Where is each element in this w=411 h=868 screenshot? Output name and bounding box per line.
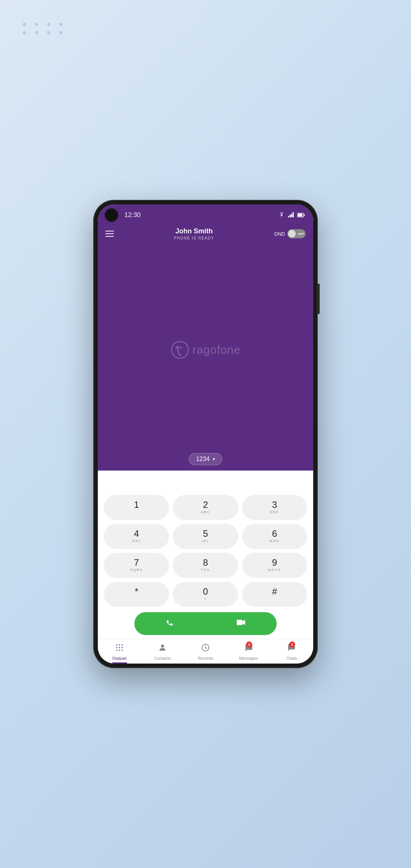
nav-label-chats: Chats (286, 656, 297, 661)
dial-num-star: * (135, 587, 138, 596)
phone-screen: 12:30 (98, 204, 313, 664)
call-buttons (134, 612, 277, 635)
logo-watermark: ragofone (170, 340, 241, 359)
dial-key-0[interactable]: 0 + (173, 582, 238, 607)
hero-area: ragofone (98, 246, 313, 453)
dial-letters-9: WXYZ (268, 568, 281, 573)
dial-num-0: 0 (203, 587, 208, 596)
dial-key-2[interactable]: 2 ABC (173, 495, 238, 520)
dialpad-grid: 1 2 ABC 3 DEF 4 GHI 5 JKL (104, 495, 307, 607)
dial-num-9: 9 (272, 558, 277, 567)
svg-point-13 (119, 647, 120, 648)
svg-rect-2 (291, 214, 292, 217)
dial-key-6[interactable]: 6 MNO (242, 524, 307, 549)
dialpad-area: 1 2 ABC 3 DEF 4 GHI 5 JKL (98, 471, 313, 639)
logo-text: ragofone (193, 343, 241, 356)
messages-badge: 2 (246, 641, 252, 648)
nav-item-dialpad[interactable]: Dialpad (98, 641, 141, 662)
svg-point-7 (172, 341, 188, 358)
dial-letters-0: + (204, 597, 207, 602)
status-time: 12:30 (124, 211, 141, 219)
svg-point-18 (161, 645, 164, 648)
svg-point-16 (119, 650, 120, 651)
nav-item-chats[interactable]: 2 Chats (270, 641, 313, 662)
voice-call-button[interactable] (134, 612, 206, 635)
dial-num-1: 1 (134, 500, 139, 509)
nav-label-messages: Messages (239, 656, 258, 661)
dial-key-1[interactable]: 1 (104, 495, 169, 520)
dial-letters-8: TUV (201, 568, 210, 573)
nav-item-contacts[interactable]: Contacts (141, 641, 184, 662)
dial-key-8[interactable]: 8 TUV (173, 553, 238, 578)
dial-letters-7: PQRS (130, 568, 143, 573)
header-user-info: John Smith PHONE IS READY (174, 227, 214, 240)
video-icon (236, 617, 246, 630)
number-display (104, 474, 307, 493)
nav-label-dialpad: Dialpad (112, 656, 126, 661)
hamburger-menu-button[interactable] (105, 231, 114, 237)
svg-point-11 (121, 645, 123, 646)
recents-icon (201, 643, 210, 654)
nav-label-recents: Recents (198, 656, 213, 661)
chats-badge: 2 (289, 641, 295, 648)
app-header: John Smith PHONE IS READY DND OFF (98, 224, 313, 246)
svg-rect-5 (298, 214, 303, 216)
dial-key-9[interactable]: 9 WXYZ (242, 553, 307, 578)
extension-selector[interactable]: 1234 ▾ (189, 453, 222, 465)
side-button (318, 284, 320, 314)
nav-label-contacts: Contacts (154, 656, 170, 661)
header-username: John Smith (174, 227, 214, 235)
dnd-toggle[interactable]: OFF (287, 229, 306, 238)
wifi-icon (278, 212, 285, 219)
dial-letters-3: DEF (270, 510, 279, 515)
svg-rect-3 (293, 212, 294, 217)
dial-key-5[interactable]: 5 JKL (173, 524, 238, 549)
status-bar: 12:30 (98, 204, 313, 224)
dial-key-star[interactable]: * (104, 582, 169, 607)
dial-num-6: 6 (272, 529, 277, 538)
dial-num-3: 3 (272, 500, 277, 509)
nav-item-messages[interactable]: 2 Messages (227, 641, 270, 662)
nav-item-recents[interactable]: Recents (184, 641, 227, 662)
dnd-toggle-knob (288, 230, 296, 238)
dial-num-4: 4 (134, 529, 139, 538)
dial-key-hash[interactable]: # (242, 582, 307, 607)
svg-rect-1 (290, 215, 291, 217)
svg-point-15 (116, 650, 117, 651)
dnd-label: DND (274, 231, 285, 237)
dial-letters-6: MNO (269, 539, 280, 544)
dial-key-7[interactable]: 7 PQRS (104, 553, 169, 578)
contacts-icon (158, 643, 167, 654)
dnd-control[interactable]: DND OFF (274, 229, 306, 238)
dial-num-2: 2 (203, 500, 208, 509)
dial-num-hash: # (272, 587, 277, 596)
bottom-nav: Dialpad Contacts Recen (98, 639, 313, 664)
svg-rect-6 (304, 214, 305, 216)
svg-rect-0 (288, 216, 289, 217)
dial-key-3[interactable]: 3 DEF (242, 495, 307, 520)
dnd-off-label: OFF (298, 232, 304, 236)
signal-icon (288, 212, 294, 219)
svg-point-9 (116, 645, 117, 646)
dial-num-7: 7 (134, 558, 139, 567)
dial-key-4[interactable]: 4 GHI (104, 524, 169, 549)
background-dots (23, 23, 66, 34)
svg-point-14 (121, 647, 123, 648)
extension-number: 1234 (196, 456, 210, 463)
video-call-button[interactable] (206, 612, 277, 635)
phone-icon (165, 617, 175, 630)
chevron-down-icon: ▾ (213, 456, 215, 462)
dial-letters-4: GHI (132, 539, 141, 544)
dial-num-5: 5 (203, 529, 208, 538)
dial-letters-2: ABC (201, 510, 210, 515)
dialpad-icon (115, 643, 124, 654)
svg-point-17 (121, 650, 123, 651)
battery-icon (297, 212, 305, 219)
svg-point-12 (116, 647, 117, 648)
svg-point-10 (119, 645, 120, 646)
camera-cutout (105, 208, 118, 222)
svg-rect-8 (237, 620, 242, 625)
header-status: PHONE IS READY (174, 236, 214, 240)
dial-letters-5: JKL (201, 539, 210, 544)
phone-frame: 12:30 (93, 200, 318, 668)
